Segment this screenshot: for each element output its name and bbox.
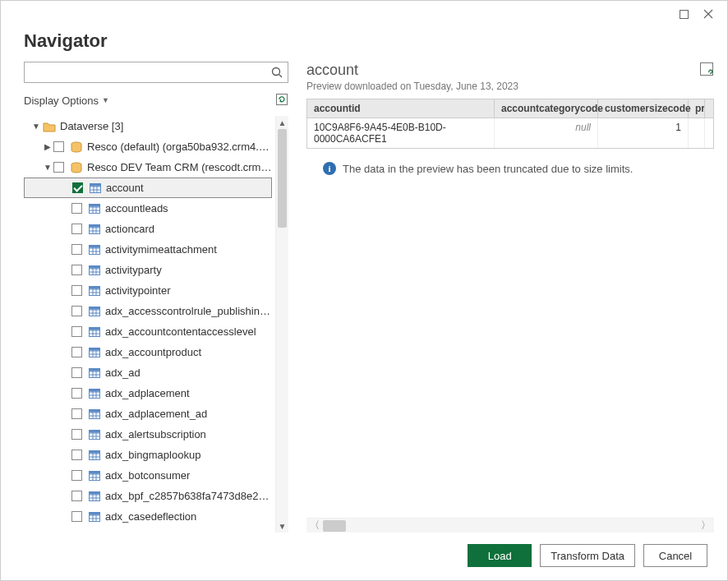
tree-item-label: accountleads: [102, 202, 272, 214]
checkbox[interactable]: [53, 162, 64, 173]
grid-cell: null: [495, 118, 598, 148]
preview-subtitle: Preview downloaded on Tuesday, June 13, …: [306, 81, 518, 92]
tree-table-adx_accountproduct[interactable]: adx_accountproduct: [24, 342, 272, 362]
checkbox[interactable]: [71, 306, 82, 316]
tree-table-accountleads[interactable]: accountleads: [24, 198, 272, 219]
close-icon[interactable]: [696, 4, 721, 24]
tree-root-dataverse[interactable]: ▼Dataverse [3]: [24, 116, 272, 136]
tree-table-activitypointer[interactable]: activitypointer: [24, 280, 272, 301]
table-icon: [87, 348, 102, 357]
table-icon: [87, 471, 102, 481]
scroll-down-icon[interactable]: ▼: [276, 519, 288, 533]
scroll-track[interactable]: [276, 129, 288, 519]
tree-item-label: adx_accountcontentaccesslevel: [102, 325, 272, 338]
tree-table-actioncard[interactable]: actioncard: [24, 219, 272, 239]
tree-table-adx_adplacement_ad[interactable]: adx_adplacement_ad: [24, 403, 272, 424]
grid-cell: [689, 118, 705, 148]
tree-table-activitymimeattachment[interactable]: activitymimeattachment: [24, 239, 272, 260]
tree-item-label: adx_adplacement: [102, 387, 272, 399]
svg-rect-109: [90, 512, 100, 514]
chevron-right-icon[interactable]: ▶: [42, 142, 53, 151]
cancel-button[interactable]: Cancel: [643, 544, 707, 567]
scroll-left-icon[interactable]: 〈: [306, 519, 323, 533]
tree-table-adx_accountcontentaccesslevel[interactable]: adx_accountcontentaccesslevel: [24, 321, 272, 342]
refresh-icon[interactable]: [275, 93, 288, 108]
chevron-down-icon[interactable]: ▼: [42, 163, 53, 172]
tree-connection-0[interactable]: ▶Resco (default) (orga50ba932.crm4.dyna.…: [24, 136, 272, 157]
table-icon: [87, 389, 102, 399]
data-source-tree[interactable]: ▼Dataverse [3]▶Resco (default) (orga50ba…: [24, 116, 275, 533]
checkbox[interactable]: [71, 285, 82, 296]
tree-item-label: adx_casedeflection: [102, 510, 272, 523]
checkbox[interactable]: [71, 450, 82, 460]
svg-rect-91: [90, 450, 100, 453]
tree-table-adx_adplacement[interactable]: adx_adplacement: [24, 383, 272, 403]
scroll-thumb[interactable]: [278, 129, 287, 228]
checkbox[interactable]: [71, 470, 82, 481]
column-header[interactable]: accountcategorycode: [495, 99, 598, 118]
tree-table-account[interactable]: account: [24, 178, 272, 198]
checkbox[interactable]: [71, 203, 82, 214]
tree-table-adx_bpf_c2857b638fa7473d8e2f112c...[interactable]: adx_bpf_c2857b638fa7473d8e2f112c...: [24, 486, 272, 506]
tree-table-adx_botconsumer[interactable]: adx_botconsumer: [24, 465, 272, 486]
tree-item-label: activitypointer: [102, 284, 272, 297]
checkbox[interactable]: [71, 244, 82, 255]
tree-scrollbar[interactable]: ▲ ▼: [275, 116, 288, 533]
grid-data-row[interactable]: 10C9A8F6-9A45-4E0B-B10D-0000CA6ACFE1 nul…: [307, 118, 713, 148]
tree-table-adx_alertsubscription[interactable]: adx_alertsubscription: [24, 424, 272, 445]
checkbox[interactable]: [71, 408, 82, 419]
checkbox[interactable]: [53, 141, 64, 152]
preview-pane: account Preview downloaded on Tuesday, J…: [288, 62, 714, 533]
search-input[interactable]: [25, 62, 266, 82]
checkbox[interactable]: [71, 388, 82, 399]
tree-item-label: adx_bpf_c2857b638fa7473d8e2f112c...: [102, 490, 272, 502]
tree-item-label: adx_adplacement_ad: [102, 408, 272, 420]
tree-item-label: adx_accesscontrolrule_publishingstate: [102, 305, 272, 317]
checkbox[interactable]: [71, 326, 82, 337]
table-icon: [87, 307, 102, 316]
display-options-dropdown[interactable]: Display Options ▼: [24, 95, 109, 107]
svg-rect-73: [90, 389, 100, 391]
tree-table-adx_ad[interactable]: adx_ad: [24, 362, 272, 383]
search-icon[interactable]: [266, 67, 288, 78]
checkbox[interactable]: [72, 182, 83, 193]
scroll-right-icon[interactable]: 〉: [698, 519, 714, 533]
checkbox[interactable]: [71, 367, 82, 378]
checkbox[interactable]: [71, 429, 82, 440]
svg-rect-85: [90, 430, 100, 432]
tree-table-adx_casedeflection[interactable]: adx_casedeflection: [24, 506, 272, 527]
search-box[interactable]: [24, 62, 288, 83]
tree-table-adx_accesscontrolrule_publishingstate[interactable]: adx_accesscontrolrule_publishingstate: [24, 301, 272, 321]
svg-rect-19: [90, 204, 100, 206]
column-header[interactable]: pr: [689, 99, 705, 118]
load-button[interactable]: Load: [468, 544, 532, 567]
table-icon: [87, 491, 102, 501]
tree-table-activityparty[interactable]: activityparty: [24, 260, 272, 280]
table-icon: [87, 368, 102, 378]
scroll-up-icon[interactable]: ▲: [276, 116, 288, 129]
column-header[interactable]: customersizecode: [598, 99, 689, 118]
column-header[interactable]: accountid: [307, 99, 495, 118]
checkbox[interactable]: [71, 265, 82, 275]
checkbox[interactable]: [71, 511, 82, 522]
hscroll-thumb[interactable]: [323, 520, 346, 532]
tree-item-label: adx_accountproduct: [102, 346, 272, 358]
table-icon: [87, 265, 102, 275]
hscroll-track[interactable]: [323, 519, 698, 533]
checkbox[interactable]: [71, 224, 82, 234]
preview-hscrollbar[interactable]: 〈 〉: [306, 518, 714, 533]
preview-options-icon[interactable]: [699, 62, 714, 79]
transform-data-button[interactable]: Transform Data: [540, 544, 635, 567]
table-icon: [87, 409, 102, 419]
tree-table-adx_bingmaplookup[interactable]: adx_bingmaplookup: [24, 445, 272, 465]
checkbox[interactable]: [71, 491, 82, 501]
tree-item-label: Resco (default) (orga50ba932.crm4.dyna..…: [84, 141, 272, 153]
checkbox[interactable]: [71, 347, 82, 357]
chevron-down-icon[interactable]: ▼: [30, 122, 42, 131]
maximize-icon[interactable]: [671, 4, 696, 24]
dialog-header: Navigator: [1, 27, 727, 62]
svg-rect-0: [680, 10, 688, 18]
grid-header-row: accountid accountcategorycode customersi…: [307, 99, 713, 118]
database-icon: [69, 141, 84, 153]
tree-connection-1[interactable]: ▼Resco DEV Team CRM (rescodt.crm4.dyna..…: [24, 157, 272, 178]
